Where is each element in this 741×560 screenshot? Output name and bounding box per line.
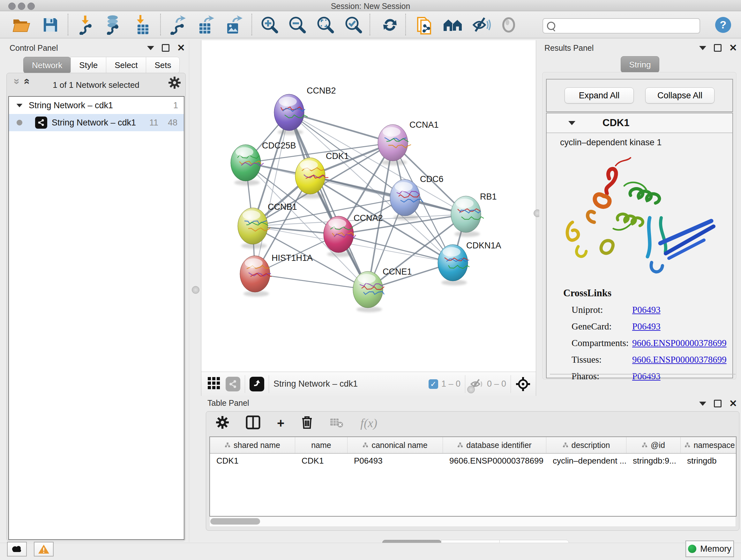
panel-float-icon[interactable] xyxy=(162,44,170,52)
help-button[interactable]: ? xyxy=(712,15,735,35)
zoom-in-button[interactable] xyxy=(258,15,281,35)
column-header-namespace[interactable]: namespace xyxy=(681,437,737,453)
column-header-shared-name[interactable]: shared name xyxy=(210,437,295,453)
toolbar-separator xyxy=(369,14,370,36)
memory-button[interactable]: Memory xyxy=(685,541,734,557)
birds-eye-view-icon[interactable] xyxy=(207,376,221,392)
collapse-all-button[interactable]: Collapse All xyxy=(645,87,715,104)
column-type-icon xyxy=(562,441,568,450)
column-header-canonical-name[interactable]: canonical name xyxy=(347,437,443,453)
zoom-fit-button[interactable] xyxy=(314,15,337,35)
gene-section-header[interactable]: CDK1 xyxy=(547,113,732,133)
zoom-selected-button[interactable] xyxy=(342,15,365,35)
hide-selected-button[interactable] xyxy=(470,15,493,35)
string-style-icon[interactable] xyxy=(226,377,240,391)
import-network-database-button[interactable] xyxy=(102,15,125,35)
warnings-button[interactable] xyxy=(34,542,54,557)
import-table-button[interactable] xyxy=(131,15,154,35)
graph-node-CDKN1A[interactable]: CDKN1A xyxy=(438,241,501,286)
table-cell: stringdb:9... xyxy=(626,456,681,466)
delete-table-icon[interactable] xyxy=(330,417,344,429)
crosslink-link[interactable]: P06493 xyxy=(632,305,661,315)
graph-node-CCNE1[interactable]: CCNE1 xyxy=(353,267,412,312)
collection-expand-icon[interactable] xyxy=(17,104,23,107)
panel-menu-icon[interactable] xyxy=(147,46,154,50)
scrollbar-thumb[interactable] xyxy=(210,518,260,524)
panel-float-icon[interactable] xyxy=(714,400,722,408)
splitter-handle[interactable] xyxy=(192,286,199,294)
search-input[interactable] xyxy=(558,20,699,32)
function-builder-icon[interactable]: f(x) xyxy=(360,416,377,430)
save-session-button[interactable] xyxy=(39,15,62,35)
table-options-gear-icon[interactable] xyxy=(216,416,229,430)
graph-node-CDC25B[interactable]: CDC25B xyxy=(231,141,296,186)
tab-network[interactable]: Network xyxy=(23,57,71,73)
show-hidden-button[interactable] xyxy=(497,15,520,35)
selected-checkbox-icon[interactable]: ✓ xyxy=(428,379,438,389)
node-label-CCNA2: CCNA2 xyxy=(354,213,383,223)
first-neighbors-button[interactable] xyxy=(442,15,465,35)
crosslink-link[interactable]: 9606.ENSP00000378699 xyxy=(632,354,727,365)
graph-edge-HIST1H1A-CCNE1[interactable] xyxy=(255,274,368,290)
graph-edge-CCNA2-CDKN1A[interactable] xyxy=(339,234,453,263)
control-panel-title: Control Panel xyxy=(10,44,58,53)
open-session-button[interactable] xyxy=(10,15,33,35)
network-collection-row[interactable]: String Network – cdk1 1 xyxy=(9,97,184,114)
network-row[interactable]: String Network – cdk1 11 48 xyxy=(9,114,184,131)
table-row[interactable]: CDK1CDK1P064939606.ENSP00000378699cyclin… xyxy=(210,454,736,468)
apply-layout-button[interactable] xyxy=(379,15,401,35)
fit-selected-crosshair-icon[interactable] xyxy=(515,376,531,392)
gene-collapse-icon[interactable] xyxy=(568,121,576,125)
graph-node-CCNB1[interactable]: CCNB1 xyxy=(238,202,297,249)
table-horizontal-scrollbar[interactable] xyxy=(209,517,736,527)
network-canvas[interactable]: CCNB2CCNA1CDC25BCDK1CDC6RB1CCNB1CCNA2HIS… xyxy=(201,40,536,372)
export-table-button[interactable] xyxy=(194,15,217,35)
panel-float-icon[interactable] xyxy=(714,44,722,52)
panel-close-icon[interactable]: ✕ xyxy=(729,45,737,51)
crosslink-row: Tissues:9606.ENSP00000378699 xyxy=(547,351,732,368)
crosslink-row: Compartments:9606.ENSP00000378699 xyxy=(547,334,732,351)
network-options-gear-icon[interactable] xyxy=(168,76,181,90)
import-network-file-button[interactable] xyxy=(75,15,98,35)
tab-sets[interactable]: Sets xyxy=(146,57,180,73)
clone-network-button[interactable] xyxy=(413,15,436,35)
export-image-button[interactable] xyxy=(222,15,245,35)
open-in-browser-icon[interactable] xyxy=(250,377,264,391)
panel-menu-icon[interactable] xyxy=(699,401,706,406)
graph-node-CCNB2[interactable]: CCNB2 xyxy=(274,86,336,135)
network-view[interactable]: CCNB2CCNA1CDC25BCDK1CDC6RB1CCNB1CCNA2HIS… xyxy=(201,40,536,396)
column-header-database-identifier[interactable]: database identifier xyxy=(443,437,546,453)
graph-node-HIST1H1A[interactable]: HIST1H1A xyxy=(240,253,313,297)
graph-node-CDK1[interactable]: CDK1 xyxy=(295,151,349,199)
tab-style[interactable]: Style xyxy=(71,57,106,73)
graph-edge-CCNB2-CCNA1[interactable] xyxy=(289,112,393,143)
graph-edge-CCNB2-CCNE1[interactable] xyxy=(289,112,368,290)
tab-select[interactable]: Select xyxy=(106,57,146,73)
crosslink-link[interactable]: P06493 xyxy=(632,371,661,381)
search-box[interactable] xyxy=(542,18,700,34)
column-header-description[interactable]: description xyxy=(546,437,626,453)
svg-text:?: ? xyxy=(720,18,727,30)
column-header-@id[interactable]: @id xyxy=(626,437,681,453)
expand-all-button[interactable]: Expand All xyxy=(564,87,634,104)
toolbar-separator xyxy=(405,14,406,36)
panel-close-icon[interactable]: ✕ xyxy=(177,45,185,51)
memory-ok-icon xyxy=(688,545,696,553)
export-network-button[interactable] xyxy=(166,15,190,35)
node-label-CCNB2: CCNB2 xyxy=(307,86,336,96)
column-header-name[interactable]: name xyxy=(295,437,347,453)
graph-node-RB1[interactable]: RB1 xyxy=(451,192,497,237)
crosslink-link[interactable]: P06493 xyxy=(632,321,661,332)
create-column-plus-icon[interactable]: + xyxy=(277,416,284,430)
vertical-splitter[interactable] xyxy=(189,40,201,542)
tab-string[interactable]: String xyxy=(621,56,660,73)
panel-menu-icon[interactable] xyxy=(699,46,706,50)
cloud-status-button[interactable] xyxy=(7,542,27,557)
splitter-handle[interactable] xyxy=(467,386,475,393)
delete-column-trash-icon[interactable] xyxy=(301,415,313,431)
panel-close-icon[interactable]: ✕ xyxy=(729,401,737,407)
crosslink-link[interactable]: 9606.ENSP00000378699 xyxy=(632,338,727,348)
graph-edge-CCNB2-HIST1H1A[interactable] xyxy=(255,112,289,274)
show-columns-icon[interactable] xyxy=(246,415,260,431)
zoom-out-button[interactable] xyxy=(286,15,309,35)
